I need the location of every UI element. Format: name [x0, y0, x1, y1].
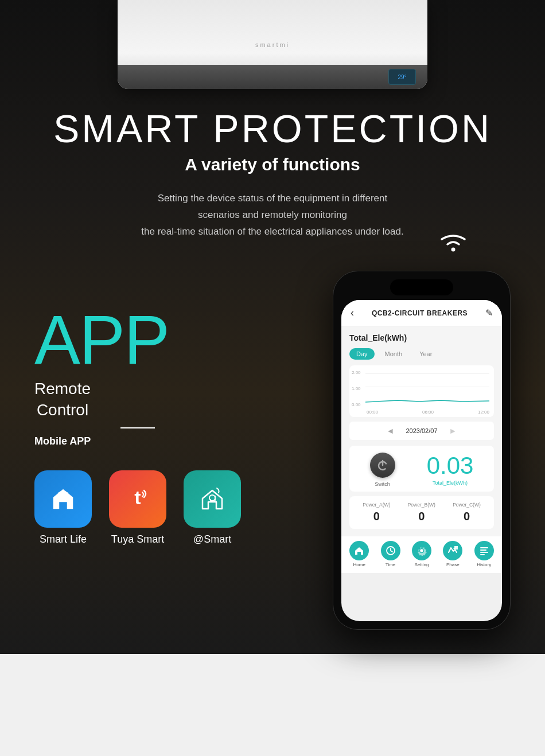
app-big-label: APP	[34, 305, 169, 374]
ac-display: 29°	[388, 69, 416, 85]
switch-label: Switch	[375, 481, 390, 487]
svg-text:t: t	[134, 486, 141, 508]
power-b-label: Power_B(W)	[408, 502, 435, 508]
ac-body: smartmi 29°	[118, 0, 427, 89]
tuya-icon-box: t	[109, 470, 166, 528]
ac-brand: smartmi	[255, 41, 290, 48]
app-section: APP RemoteControl Mobile APP	[0, 271, 545, 630]
home-icon-svg	[354, 545, 364, 556]
hero-subtitle: A variety of functions	[53, 155, 492, 174]
power-b-item: Power_B(W) 0	[408, 502, 435, 523]
app-bottom-nav: Home Time	[341, 536, 502, 573]
app-remote-control: RemoteControl	[34, 379, 91, 420]
tab-month[interactable]: Month	[378, 348, 410, 360]
date-next-button[interactable]: ►	[449, 426, 457, 435]
phone-mockup: ‹ QCB2-CIRCUIT BREAKERS ✎ Total_Ele(kWh)…	[333, 271, 511, 630]
screen-title: QCB2-CIRCUIT BREAKERS	[372, 309, 468, 317]
time-icon-svg	[386, 545, 396, 556]
svg-rect-11	[480, 547, 488, 548]
svg-rect-13	[480, 552, 488, 553]
tab-day[interactable]: Day	[349, 348, 375, 360]
nav-phase-icon	[443, 541, 462, 560]
tab-year[interactable]: Year	[412, 348, 439, 360]
phone-screen: ‹ QCB2-CIRCUIT BREAKERS ✎ Total_Ele(kWh)…	[341, 300, 502, 621]
phone-notch	[390, 279, 453, 295]
nav-setting-icon	[412, 541, 431, 560]
tab-selector: Day Month Year	[349, 348, 494, 360]
x-label-2: 12:00	[478, 410, 489, 415]
nav-history-icon	[474, 541, 494, 560]
y-label-1: 1.00	[352, 386, 361, 391]
power-c-item: Power_C(W) 0	[453, 502, 481, 523]
total-ele-value-label: Total_Ele(kWh)	[433, 480, 468, 486]
power-a-value: 0	[373, 510, 380, 523]
chart-y-labels: 2.00 1.00 0.00	[352, 370, 361, 407]
total-ele-value: 0.03	[427, 454, 474, 478]
app-right: ‹ QCB2-CIRCUIT BREAKERS ✎ Total_Ele(kWh)…	[333, 271, 511, 630]
y-label-2: 2.00	[352, 370, 361, 375]
nav-home[interactable]: Home	[349, 541, 369, 567]
svg-point-0	[451, 248, 456, 252]
svg-rect-12	[480, 550, 486, 551]
date-prev-button[interactable]: ◄	[387, 426, 395, 435]
nav-setting-label: Setting	[415, 562, 429, 567]
chart-area: 2.00 1.00 0.00	[349, 365, 494, 417]
history-icon-svg	[479, 545, 489, 556]
power-readings: Power_A(W) 0 Power_B(W) 0 Power_C(W) 0	[349, 496, 494, 529]
hero-title: SMART PROTECTION	[53, 107, 492, 150]
phase-icon-svg	[447, 545, 458, 556]
nav-phase-label: Phase	[446, 562, 460, 567]
ac-bottom-bar: 29°	[118, 65, 427, 89]
power-c-value: 0	[464, 510, 470, 523]
total-ele-label: Total_Ele(kWh)	[349, 333, 494, 342]
current-date: 2023/02/07	[406, 427, 437, 434]
switch-section: Switch	[370, 453, 395, 487]
app-mobile-label: Mobile APP	[34, 435, 91, 447]
power-b-value: 0	[418, 510, 425, 523]
nav-history[interactable]: History	[474, 541, 494, 567]
total-value-section: 0.03 Total_Ele(kWh)	[427, 454, 474, 486]
app-icon-atsmart: @Smart	[184, 470, 241, 545]
chart-line	[365, 372, 489, 404]
atsmart-label: @Smart	[193, 533, 231, 545]
nav-setting[interactable]: Setting	[412, 541, 431, 567]
setting-icon-svg	[416, 545, 427, 556]
nav-time[interactable]: Time	[381, 541, 400, 567]
smartlife-label: Smart Life	[40, 533, 87, 545]
power-a-item: Power_A(W) 0	[363, 502, 390, 523]
edit-button[interactable]: ✎	[485, 307, 493, 318]
svg-rect-14	[480, 554, 485, 555]
wifi-icon	[436, 228, 470, 254]
chart-svg	[365, 372, 489, 404]
app-icon-tuya: t Tuya Smart	[109, 470, 166, 545]
x-label-1: 06:00	[422, 410, 434, 415]
svg-point-1	[62, 496, 64, 498]
ac-unit: smartmi 29°	[0, 0, 545, 89]
switch-value-row: Switch 0.03 Total_Ele(kWh)	[349, 446, 494, 492]
tuya-label: Tuya Smart	[111, 533, 164, 545]
top-section: smartmi 29° SMART PROTECTION A variety o…	[0, 0, 545, 654]
switch-icon[interactable]	[370, 453, 395, 478]
chart-x-labels: 00:00 06:00 12:00	[367, 410, 489, 415]
nav-home-label: Home	[353, 562, 365, 567]
atsmart-icon-box	[184, 470, 241, 528]
tuya-icon-svg: t	[122, 484, 153, 515]
smartlife-icon-svg	[48, 484, 79, 515]
nav-time-label: Time	[386, 562, 395, 567]
app-content: Total_Ele(kWh) Day Month Year 2.00 1.00	[341, 326, 502, 536]
app-icons-section: Smart Life t Tuya Smart	[34, 470, 241, 545]
app-divider	[120, 427, 155, 428]
smartlife-icon-box	[34, 470, 92, 528]
app-screen-header: ‹ QCB2-CIRCUIT BREAKERS ✎	[341, 300, 502, 326]
app-left: APP RemoteControl Mobile APP	[34, 271, 241, 545]
date-navigation: ◄ 2023/02/07 ►	[349, 422, 494, 440]
back-button[interactable]: ‹	[351, 307, 354, 319]
wifi-container	[0, 228, 545, 254]
app-icon-smartlife: Smart Life	[34, 470, 92, 545]
power-icon-svg	[376, 459, 389, 471]
atsmart-icon-svg	[197, 484, 228, 515]
nav-phase[interactable]: Phase	[443, 541, 462, 567]
y-label-0: 0.00	[352, 402, 361, 407]
nav-history-label: History	[477, 562, 491, 567]
bottom-section	[0, 654, 545, 756]
